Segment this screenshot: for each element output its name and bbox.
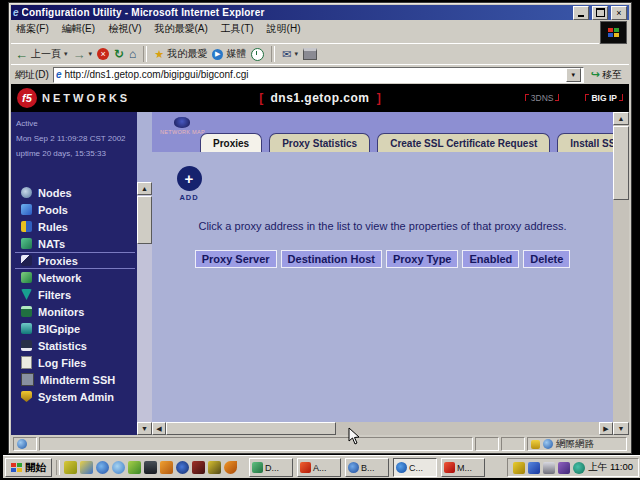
sidebar-item-network[interactable]: Network — [15, 269, 135, 286]
quicklaunch-icon[interactable] — [112, 461, 125, 474]
task-button-2[interactable]: A... — [297, 458, 341, 477]
link-bigip[interactable]: BIG IP — [585, 93, 623, 103]
close-button[interactable]: × — [611, 6, 627, 20]
add-proxy-button[interactable]: + ADD — [176, 166, 202, 202]
task-label: B... — [361, 463, 375, 473]
quick-launch-bar — [64, 461, 237, 474]
quicklaunch-icon[interactable] — [96, 461, 109, 474]
sidebar-item-nats[interactable]: NATs — [15, 235, 135, 252]
quicklaunch-icon[interactable] — [160, 461, 173, 474]
sidebar: Active Mon Sep 2 11:09:28 CST 2002 uptim… — [11, 112, 137, 435]
status-datetime: Mon Sep 2 11:09:28 CST 2002 — [16, 131, 126, 146]
tab-strip: Proxies Proxy Statistics Create SSL Cert… — [200, 131, 613, 152]
sidebar-item-rules[interactable]: Rules — [15, 218, 135, 235]
add-icon[interactable]: + — [177, 166, 202, 191]
tab-install-ssl-certificate[interactable]: Install SSL Certifi — [557, 133, 613, 152]
home-button[interactable]: ⌂ — [129, 47, 136, 61]
menu-item-file[interactable]: 檔案(F) — [16, 22, 49, 36]
scrollbar-thumb[interactable] — [137, 196, 152, 244]
history-button[interactable] — [251, 48, 264, 61]
quicklaunch-icon[interactable] — [208, 461, 221, 474]
quicklaunch-icon[interactable] — [192, 461, 205, 474]
sidebar-item-nodes[interactable]: Nodes — [15, 184, 135, 201]
quicklaunch-icon[interactable] — [176, 461, 189, 474]
go-button[interactable]: ↪ 移至 — [588, 68, 625, 82]
tab-create-ssl-certificate-request[interactable]: Create SSL Certificate Request — [377, 133, 550, 152]
sidebar-item-pools[interactable]: Pools — [15, 201, 135, 218]
title-bar[interactable]: e Configuration Utility - Microsoft Inte… — [11, 5, 629, 20]
scroll-left-icon[interactable]: ◀ — [152, 422, 166, 435]
scroll-right-icon[interactable]: ▶ — [599, 422, 613, 435]
media-button[interactable]: ▶ 媒體 — [212, 47, 246, 61]
tray-icon[interactable] — [558, 462, 570, 474]
tab-proxy-statistics[interactable]: Proxy Statistics — [269, 133, 370, 152]
quicklaunch-icon[interactable] — [224, 461, 237, 474]
quicklaunch-icon[interactable] — [128, 461, 141, 474]
forward-dropdown-icon[interactable]: ▾ — [89, 50, 93, 58]
forward-button[interactable]: → ▾ — [73, 47, 93, 62]
window-title: Configuration Utility - Microsoft Intern… — [22, 7, 570, 18]
menu-item-help[interactable]: 說明(H) — [267, 22, 301, 36]
scroll-down-icon[interactable]: ▼ — [137, 422, 152, 435]
sidebar-item-proxies[interactable]: Proxies — [15, 252, 135, 269]
tray-icon[interactable] — [513, 462, 525, 474]
address-bar: 網址(D) e http://dns1.getop.com/bigipgui/b… — [11, 64, 629, 84]
menu-item-favorites[interactable]: 我的最愛(A) — [154, 22, 207, 36]
nats-icon — [21, 238, 32, 249]
taskbar: 開始 D... A... B... C... M... 上午 11:00 — [3, 455, 640, 478]
refresh-button[interactable]: ↻ — [114, 47, 124, 61]
sidebar-item-monitors[interactable]: Monitors — [15, 303, 135, 320]
back-button[interactable]: ← 上一頁 ▾ — [15, 47, 68, 62]
favorites-label: 我的最愛 — [167, 47, 207, 61]
sidebar-item-system-admin[interactable]: System Admin — [15, 388, 135, 405]
sidebar-item-bigpipe[interactable]: BIGpipe — [15, 320, 135, 337]
sidebar-item-statistics[interactable]: Statistics — [15, 337, 135, 354]
sidebar-item-label: Monitors — [38, 306, 84, 318]
address-dropdown-button[interactable]: ▾ — [566, 68, 581, 82]
scrollbar-thumb[interactable] — [166, 422, 336, 435]
tray-icon[interactable] — [543, 462, 555, 474]
quicklaunch-icon[interactable] — [144, 461, 157, 474]
task-button-5[interactable]: M... — [441, 458, 485, 477]
link-3dns[interactable]: 3DNS — [525, 93, 560, 103]
print-button[interactable] — [303, 48, 317, 60]
menu-item-edit[interactable]: 編輯(E) — [62, 22, 95, 36]
page-vertical-scrollbar[interactable]: ▲ ▼ — [613, 112, 629, 435]
task-button-3[interactable]: B... — [345, 458, 389, 477]
favorites-button[interactable]: ★ 我的最愛 — [154, 47, 207, 61]
mail-dropdown-icon[interactable]: ▾ — [294, 50, 298, 58]
quicklaunch-icon[interactable] — [80, 461, 93, 474]
scroll-up-icon[interactable]: ▲ — [613, 112, 629, 125]
start-button[interactable]: 開始 — [5, 458, 52, 477]
sidebar-item-mindterm-ssh[interactable]: Mindterm SSH — [15, 371, 135, 388]
task-button-4-active[interactable]: C... — [393, 458, 437, 477]
scroll-down-icon[interactable]: ▼ — [613, 422, 629, 435]
address-input[interactable]: e http://dns1.getop.com/bigipgui/bigconf… — [53, 67, 584, 83]
scrollbar-thumb[interactable] — [613, 126, 629, 200]
task-icon — [444, 462, 455, 473]
address-url[interactable]: http://dns1.getop.com/bigipgui/bigconf.c… — [64, 69, 562, 80]
minimize-button[interactable] — [573, 6, 589, 20]
sidebar-item-filters[interactable]: Filters — [15, 286, 135, 303]
sidebar-item-log-files[interactable]: Log Files — [15, 354, 135, 371]
sidebar-scrollbar[interactable]: ▲ ▼ — [137, 182, 152, 435]
tab-band: NETWORK MAP Proxies Proxy Statistics Cre… — [152, 112, 613, 152]
content-horizontal-scrollbar[interactable]: ◀ ▶ — [152, 422, 613, 435]
scroll-up-icon[interactable]: ▲ — [137, 182, 152, 195]
tray-icon[interactable] — [573, 462, 585, 474]
quicklaunch-icon[interactable] — [64, 461, 77, 474]
network-map-button[interactable]: NETWORK MAP — [160, 117, 204, 135]
tab-proxies[interactable]: Proxies — [200, 133, 262, 152]
main-panel: + ADD Click a proxy address in the list … — [152, 152, 613, 422]
maximize-button[interactable] — [592, 6, 608, 20]
back-dropdown-icon[interactable]: ▾ — [64, 50, 68, 58]
menu-item-tools[interactable]: 工具(T) — [221, 22, 254, 36]
sidebar-item-label: Statistics — [38, 340, 87, 352]
stop-button[interactable]: × — [97, 48, 109, 60]
mail-button[interactable]: ✉ ▾ — [282, 48, 298, 61]
start-label: 開始 — [25, 461, 46, 475]
task-button-1[interactable]: D... — [249, 458, 293, 477]
tray-icon[interactable] — [528, 462, 540, 474]
status-pane — [475, 437, 499, 451]
menu-item-view[interactable]: 檢視(V) — [108, 22, 141, 36]
